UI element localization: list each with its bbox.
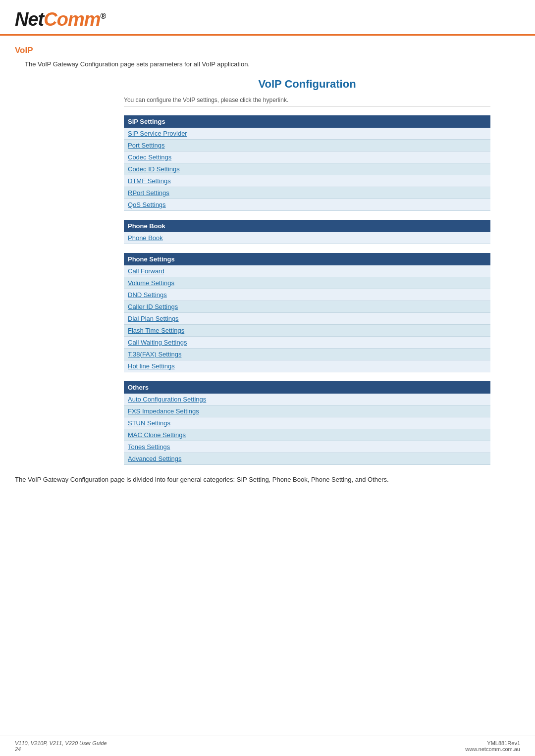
codec-settings-link[interactable]: Codec Settings xyxy=(128,153,171,161)
footer-right: YML881Rev1 www.netcomm.com.au xyxy=(465,740,520,752)
others-label: Others xyxy=(124,381,490,394)
dtmf-settings-link[interactable]: DTMF Settings xyxy=(128,177,171,185)
list-item: T.38(FAX) Settings xyxy=(124,349,490,360)
t38-fax-settings-link[interactable]: T.38(FAX) Settings xyxy=(128,351,181,358)
port-settings-link[interactable]: Port Settings xyxy=(128,142,164,149)
hot-line-settings-link[interactable]: Hot line Settings xyxy=(128,362,175,370)
codec-id-settings-link[interactable]: Codec ID Settings xyxy=(128,165,180,173)
voip-config-title: VoIP Configuration xyxy=(124,78,490,91)
others-table: Others Auto Configuration Settings FXS I… xyxy=(124,381,490,465)
sip-settings-table: SIP Settings SIP Service Provider Port S… xyxy=(124,115,490,211)
fxs-impedance-settings-link[interactable]: FXS Impedance Settings xyxy=(128,407,199,415)
sip-settings-header: SIP Settings xyxy=(124,115,490,128)
list-item: Phone Book xyxy=(124,232,490,244)
list-item: Flash Time Settings xyxy=(124,325,490,337)
page-title: VoIP xyxy=(15,46,520,55)
voip-config-subtitle: You can configure the VoIP settings, ple… xyxy=(124,97,490,103)
page-content: VoIP The VoIP Gateway Configuration page… xyxy=(0,36,535,515)
call-forward-link[interactable]: Call Forward xyxy=(128,267,164,275)
dnd-settings-link[interactable]: DND Settings xyxy=(128,291,167,299)
phone-settings-header: Phone Settings xyxy=(124,253,490,265)
phone-book-header: Phone Book xyxy=(124,220,490,232)
list-item: STUN Settings xyxy=(124,417,490,429)
phone-settings-label: Phone Settings xyxy=(124,253,490,265)
footer-product-line: V110, V210P, V211, V220 User Guide xyxy=(15,740,107,746)
page-header: NetComm® xyxy=(0,0,535,36)
list-item: DND Settings xyxy=(124,289,490,301)
sip-settings-label: SIP Settings xyxy=(124,115,490,128)
dial-plan-settings-link[interactable]: Dial Plan Settings xyxy=(128,315,179,322)
tones-settings-link[interactable]: Tones Settings xyxy=(128,443,170,451)
logo-registered: ® xyxy=(100,12,106,20)
list-item: Advanced Settings xyxy=(124,453,490,465)
volume-settings-link[interactable]: Volume Settings xyxy=(128,279,174,287)
mac-clone-settings-link[interactable]: MAC Clone Settings xyxy=(128,431,186,439)
list-item: Call Forward xyxy=(124,265,490,277)
intro-text: The VoIP Gateway Configuration page sets… xyxy=(25,60,520,68)
voip-config-section: VoIP Configuration You can configure the… xyxy=(124,78,490,465)
list-item: FXS Impedance Settings xyxy=(124,405,490,417)
list-item: MAC Clone Settings xyxy=(124,429,490,441)
list-item: Codec ID Settings xyxy=(124,163,490,175)
qos-settings-link[interactable]: QoS Settings xyxy=(128,201,166,208)
auto-config-settings-link[interactable]: Auto Configuration Settings xyxy=(128,396,206,403)
bottom-text: The VoIP Gateway Configuration page is d… xyxy=(15,475,520,485)
sip-service-provider-link[interactable]: SIP Service Provider xyxy=(128,130,187,137)
footer-left: V110, V210P, V211, V220 User Guide 24 xyxy=(15,740,107,752)
list-item: Port Settings xyxy=(124,140,490,151)
list-item: Codec Settings xyxy=(124,151,490,163)
list-item: Dial Plan Settings xyxy=(124,313,490,325)
divider xyxy=(124,106,490,106)
flash-time-settings-link[interactable]: Flash Time Settings xyxy=(128,327,184,334)
page-footer: V110, V210P, V211, V220 User Guide 24 YM… xyxy=(0,736,535,756)
phone-book-link[interactable]: Phone Book xyxy=(128,234,163,242)
list-item: Volume Settings xyxy=(124,277,490,289)
list-item: DTMF Settings xyxy=(124,175,490,187)
phone-settings-table: Phone Settings Call Forward Volume Setti… xyxy=(124,253,490,372)
caller-id-settings-link[interactable]: Caller ID Settings xyxy=(128,303,178,310)
list-item: Hot line Settings xyxy=(124,360,490,372)
list-item: Caller ID Settings xyxy=(124,301,490,313)
logo-net: Net xyxy=(15,9,44,30)
logo: NetComm® xyxy=(15,9,520,30)
logo-comm: Comm xyxy=(44,9,100,30)
list-item: Call Waiting Settings xyxy=(124,337,490,349)
list-item: Tones Settings xyxy=(124,441,490,453)
call-waiting-settings-link[interactable]: Call Waiting Settings xyxy=(128,339,187,346)
footer-page-number: 24 xyxy=(15,746,107,752)
phone-book-label: Phone Book xyxy=(124,220,490,232)
list-item: RPort Settings xyxy=(124,187,490,199)
footer-revision: YML881Rev1 xyxy=(465,740,520,746)
rport-settings-link[interactable]: RPort Settings xyxy=(128,189,169,197)
stun-settings-link[interactable]: STUN Settings xyxy=(128,419,170,427)
phone-book-table: Phone Book Phone Book xyxy=(124,220,490,244)
list-item: QoS Settings xyxy=(124,199,490,211)
advanced-settings-link[interactable]: Advanced Settings xyxy=(128,455,181,462)
list-item: SIP Service Provider xyxy=(124,128,490,140)
others-header: Others xyxy=(124,381,490,394)
list-item: Auto Configuration Settings xyxy=(124,394,490,405)
footer-website: www.netcomm.com.au xyxy=(465,746,520,752)
